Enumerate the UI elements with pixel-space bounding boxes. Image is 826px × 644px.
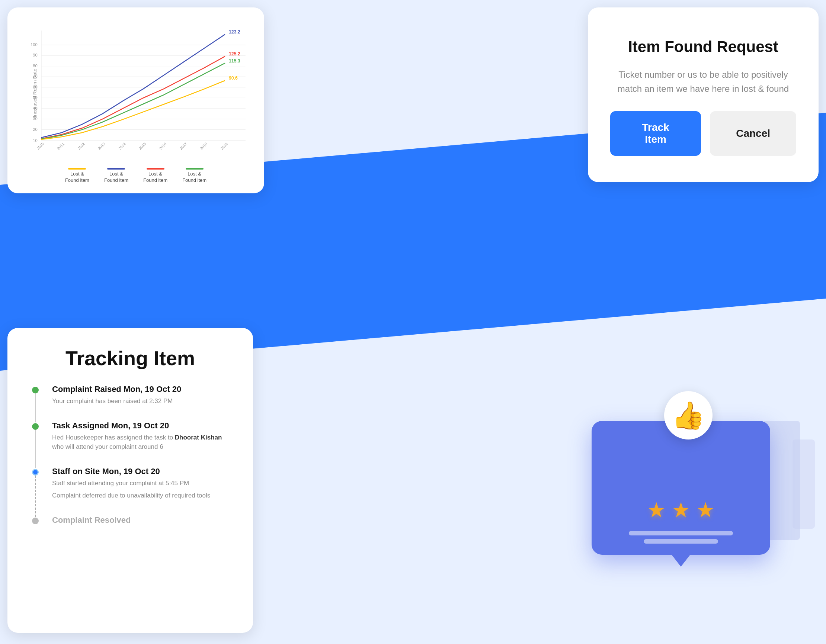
track-item-button[interactable]: Track Item [610, 111, 701, 156]
svg-text:2010: 2010 [36, 142, 45, 150]
request-title: Item Found Request [628, 37, 778, 56]
svg-text:2013: 2013 [97, 142, 106, 150]
cancel-button[interactable]: Cancel [710, 111, 796, 156]
line-chart: 10 20 30 40 50 60 70 80 90 100 2010 2011… [22, 22, 249, 164]
svg-text:2019: 2019 [220, 142, 229, 150]
svg-text:90.6: 90.6 [229, 76, 238, 80]
star-2: ★ [672, 498, 690, 522]
legend-label-green: Lost &Found item [182, 171, 206, 184]
svg-text:2012: 2012 [77, 142, 85, 150]
tracking-card: Tracking Item Complaint Raised Mon, 19 O… [8, 328, 253, 633]
svg-text:2016: 2016 [158, 142, 168, 150]
legend-line-blue [107, 168, 125, 170]
svg-text:80: 80 [33, 63, 37, 68]
bg-bar-2 [792, 440, 815, 529]
event-desc-3b: Complaint deferred due to unavailability… [52, 491, 234, 500]
timeline-dot-4 [32, 517, 39, 524]
request-description: Ticket number or us to be able to positi… [610, 68, 796, 96]
timeline-dot-2 [32, 423, 39, 430]
event-title-1: Complaint Raised Mon, 19 Oct 20 [52, 384, 234, 394]
request-card: Item Found Request Ticket number or us t… [588, 8, 818, 182]
legend-item-yellow: Lost &Found item [65, 168, 89, 184]
timeline-event-3: Staff on Site Mon, 19 Oct 20 Staff start… [37, 467, 234, 500]
thumbs-up-icon: 👍 [664, 391, 713, 440]
review-line-2 [644, 539, 718, 543]
svg-text:2011: 2011 [56, 142, 65, 150]
event-title-2: Task Assigned Mon, 19 Oct 20 [52, 421, 234, 430]
thumbs-up-emoji: 👍 [672, 400, 705, 431]
timeline-line-1 [35, 393, 36, 423]
request-buttons: Track Item Cancel [610, 111, 796, 156]
svg-text:2014: 2014 [118, 142, 126, 150]
timeline-event-2: Task Assigned Mon, 19 Oct 20 Hed Houseke… [37, 421, 234, 452]
timeline: Complaint Raised Mon, 19 Oct 20 Your com… [26, 384, 234, 525]
timeline-line-2 [35, 430, 36, 468]
legend-label-yellow: Lost &Found item [65, 171, 89, 184]
legend-label-red: Lost &Found item [143, 171, 168, 184]
svg-text:125.2: 125.2 [229, 51, 241, 57]
timeline-line-dashed-3 [35, 475, 36, 517]
legend-line-green [186, 168, 203, 170]
svg-text:90: 90 [33, 53, 37, 57]
timeline-event-4: Complaint Resolved [37, 516, 234, 525]
svg-text:20: 20 [33, 127, 37, 132]
svg-text:100: 100 [31, 42, 37, 47]
review-card-3d: ★ ★ ★ [592, 421, 770, 555]
svg-text:123.2: 123.2 [229, 29, 241, 34]
legend-item-blue: Lost &Found item [104, 168, 128, 184]
timeline-dot-3 [32, 469, 39, 475]
stars-row: ★ ★ ★ [647, 498, 715, 522]
timeline-event-1: Complaint Raised Mon, 19 Oct 20 Your com… [37, 384, 234, 406]
review-area: ★ ★ ★ 👍 [558, 328, 818, 633]
legend-line-yellow [68, 168, 86, 170]
chart-legend: Lost &Found item Lost &Found item Lost &… [22, 168, 249, 184]
event-desc-1: Your complaint has been raised at 2:32 P… [52, 396, 234, 406]
star-1: ★ [647, 498, 666, 522]
legend-item-red: Lost &Found item [143, 168, 168, 184]
star-3: ★ [696, 498, 715, 522]
legend-item-green: Lost &Found item [182, 168, 206, 184]
timeline-dot-1 [32, 387, 39, 393]
svg-text:2018: 2018 [199, 142, 208, 150]
review-3d-illustration: ★ ★ ★ 👍 [581, 384, 796, 577]
legend-label-blue: Lost &Found item [104, 171, 128, 184]
review-line-1 [629, 531, 733, 536]
svg-text:2017: 2017 [179, 142, 188, 150]
chart-area: Increased Return Rate 10 20 30 40 50 60 … [22, 22, 249, 164]
chart-card: Increased Return Rate 10 20 30 40 50 60 … [8, 8, 264, 194]
event-desc-3a: Staff started attending your complaint a… [52, 478, 234, 488]
svg-text:10: 10 [33, 138, 37, 143]
event-title-3: Staff on Site Mon, 19 Oct 20 [52, 467, 234, 476]
event-desc-2: Hed Housekeeper has assigned the task to… [52, 433, 234, 452]
svg-text:2015: 2015 [138, 142, 147, 150]
event-title-4: Complaint Resolved [52, 516, 234, 525]
tracking-title: Tracking Item [26, 347, 234, 370]
legend-line-red [147, 168, 165, 170]
y-axis-label: Increased Return Rate [32, 69, 37, 118]
svg-text:115.3: 115.3 [229, 58, 241, 63]
